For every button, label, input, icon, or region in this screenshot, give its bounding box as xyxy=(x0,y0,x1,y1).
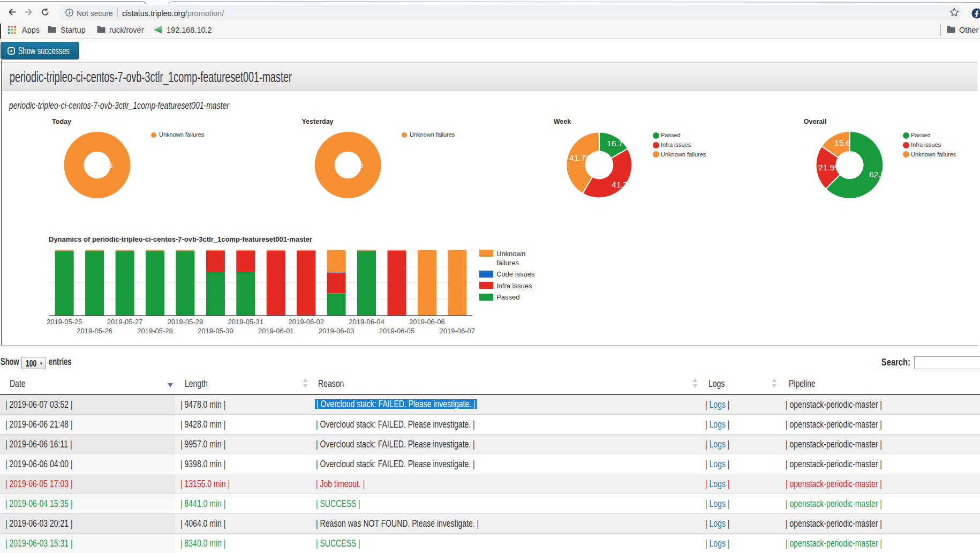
svg-text:21.9%: 21.9% xyxy=(818,163,842,172)
svg-text:62.5%: 62.5% xyxy=(869,170,889,179)
svg-text:100.0%: 100.0% xyxy=(335,160,364,169)
svg-text:100.0%: 100.0% xyxy=(85,160,113,169)
svg-text:41.7%: 41.7% xyxy=(569,153,593,162)
